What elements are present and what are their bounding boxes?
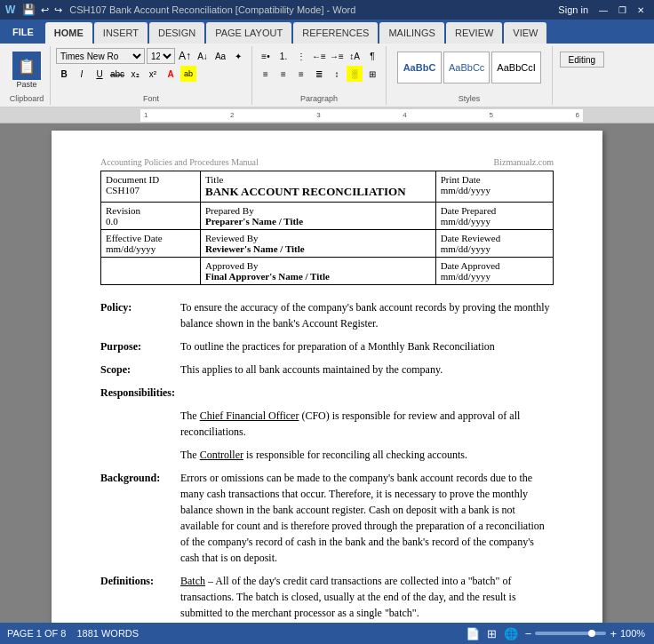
tab-view[interactable]: VIEW	[504, 22, 546, 44]
show-marks-button[interactable]: ¶	[364, 48, 380, 64]
dateapproved-label: Date Approved	[441, 260, 548, 271]
line-spacing-button[interactable]: ↕	[329, 66, 345, 82]
zoom-in-button[interactable]: +	[610, 627, 617, 640]
table-cell-reviewedby: Reviewed By Reviewer's Name / Title	[200, 230, 435, 258]
zoom-track[interactable]	[535, 632, 606, 635]
decrease-indent-button[interactable]: ←≡	[311, 48, 327, 64]
revision-value: 0.0	[106, 216, 195, 227]
datereviewed-value: mm/dd/yyyy	[441, 243, 548, 254]
background-section: Background: Errors or omissions can be m…	[100, 470, 554, 566]
shrink-font-button[interactable]: A↓	[195, 48, 211, 64]
minimize-button[interactable]: —	[594, 4, 612, 16]
paragraph-label: Paragraph	[300, 94, 338, 103]
grow-font-button[interactable]: A↑	[177, 48, 193, 64]
underline-button[interactable]: U	[92, 66, 108, 82]
web-layout-icon[interactable]: 🌐	[504, 627, 518, 640]
paste-label: Paste	[16, 80, 36, 89]
responsibilities-content	[180, 385, 554, 401]
font-color-button[interactable]: A	[163, 66, 179, 82]
controller-underline: Controller	[200, 449, 243, 461]
shading-button[interactable]: ░	[347, 66, 363, 82]
responsibilities-section: Responsibilities:	[100, 385, 554, 401]
style-normal[interactable]: AaBbCcI	[491, 52, 540, 83]
table-row-1: Document ID CSH107 Title BANK ACCOUNT RE…	[101, 171, 554, 203]
tab-page-layout[interactable]: PAGE LAYOUT	[206, 22, 291, 44]
zoom-out-button[interactable]: −	[525, 627, 532, 640]
docid-label: Document ID	[106, 174, 195, 185]
datereviewed-label: Date Reviewed	[441, 233, 548, 243]
tab-references[interactable]: REFERENCES	[293, 22, 378, 44]
multilevel-button[interactable]: ⋮	[293, 48, 309, 64]
title-value: BANK ACCOUNT RECONCILIATION	[205, 185, 431, 199]
sort-button[interactable]: ↕A	[347, 48, 363, 64]
tab-file[interactable]: FILE	[2, 20, 44, 44]
table-row-4: Approved By Final Approver's Name / Titl…	[101, 258, 554, 285]
dateprepared-label: Date Prepared	[441, 205, 548, 216]
change-case-button[interactable]: Aa	[212, 48, 228, 64]
table-row-2: Revision 0.0 Prepared By Preparer's Name…	[101, 203, 554, 230]
clipboard-label: Clipboard	[10, 94, 44, 103]
paste-button[interactable]: 📋 Paste	[9, 50, 44, 91]
title-text: CSH107 Bank Account Reconciliation [Comp…	[69, 4, 355, 15]
quick-access-save[interactable]: 💾	[22, 4, 36, 16]
bold-button[interactable]: B	[56, 66, 72, 82]
effdate-value: mm/dd/yyyy	[106, 243, 195, 254]
justify-button[interactable]: ≣	[311, 66, 327, 82]
docid-value: CSH107	[106, 185, 195, 195]
policy-section: Policy: To ensure the accuracy of the co…	[100, 299, 554, 331]
clear-format-button[interactable]: ✦	[230, 48, 246, 64]
reviewedby-value: Reviewer's Name / Title	[205, 243, 431, 254]
title-bar-controls: Sign in — ❐ ✕	[554, 4, 649, 16]
align-right-button[interactable]: ≡	[293, 66, 309, 82]
quick-access-undo[interactable]: ↩	[41, 4, 49, 16]
align-center-button[interactable]: ≡	[275, 66, 291, 82]
fullscreen-icon[interactable]: ⊞	[487, 627, 497, 640]
table-cell-approvedby: Approved By Final Approver's Name / Titl…	[200, 258, 435, 285]
printdate-value: mm/dd/yyyy	[441, 185, 548, 195]
tab-insert[interactable]: INSERT	[94, 22, 148, 44]
bullets-button[interactable]: ≡•	[258, 48, 274, 64]
style-heading3[interactable]: AaBbCc	[443, 52, 490, 83]
title-bar: W 💾 ↩ ↪ CSH107 Bank Account Reconciliati…	[0, 0, 654, 20]
definitions-content: Batch – All of the day's credit card tra…	[180, 573, 554, 623]
font-row-2: B I U abc x₂ x² A ab	[56, 66, 246, 82]
styles-gallery: AaBbC AaBbCc AaBbCcI	[392, 48, 546, 92]
quick-access-redo[interactable]: ↪	[54, 4, 62, 16]
scope-label: Scope:	[100, 362, 180, 378]
strikethrough-button[interactable]: abc	[109, 66, 125, 82]
tab-home[interactable]: HOME	[45, 22, 92, 44]
definitions-label: Definitions:	[100, 573, 180, 623]
font-size-select[interactable]: 12	[147, 48, 175, 64]
background-label: Background:	[100, 470, 180, 566]
batch-term: Batch	[180, 575, 205, 587]
print-layout-icon[interactable]: 📄	[466, 627, 480, 640]
borders-button[interactable]: ⊞	[364, 66, 380, 82]
page: Accounting Policies and Procedures Manua…	[52, 131, 602, 623]
close-button[interactable]: ✕	[633, 4, 649, 16]
style-heading2[interactable]: AaBbC	[397, 52, 442, 83]
numbering-button[interactable]: 1.	[275, 48, 291, 64]
effdate-label: Effective Date	[106, 233, 195, 243]
restore-button[interactable]: ❐	[614, 4, 631, 16]
preparedby-value: Preparer's Name / Title	[205, 216, 431, 227]
style-normal-label: AaBbCcI	[497, 62, 535, 73]
superscript-button[interactable]: x²	[145, 66, 161, 82]
highlight-button[interactable]: ab	[180, 66, 196, 82]
tab-mailings[interactable]: MAILINGS	[379, 22, 444, 44]
tab-design[interactable]: DESIGN	[149, 22, 204, 44]
sign-in-link[interactable]: Sign in	[554, 4, 593, 16]
editing-button[interactable]: Editing	[560, 52, 604, 68]
table-cell-datereviewed: Date Reviewed mm/dd/yyyy	[435, 230, 553, 258]
table-cell-revision: Revision 0.0	[101, 203, 201, 230]
policy-label: Policy:	[100, 299, 180, 331]
purpose-text: To outline the practices for preparation…	[180, 338, 554, 354]
tab-review[interactable]: REVIEW	[446, 22, 502, 44]
revision-label: Revision	[106, 205, 195, 216]
align-left-button[interactable]: ≡	[258, 66, 274, 82]
zoom-level[interactable]: 100%	[620, 628, 647, 639]
subscript-button[interactable]: x₂	[127, 66, 143, 82]
increase-indent-button[interactable]: →≡	[329, 48, 345, 64]
font-family-select[interactable]: Times New Ro	[56, 48, 145, 64]
italic-button[interactable]: I	[74, 66, 90, 82]
ribbon-group-paragraph: ≡• 1. ⋮ ←≡ →≡ ↕A ¶ ≡ ≡ ≡ ≣ ↕ ░ ⊞ Paragra…	[252, 46, 387, 105]
